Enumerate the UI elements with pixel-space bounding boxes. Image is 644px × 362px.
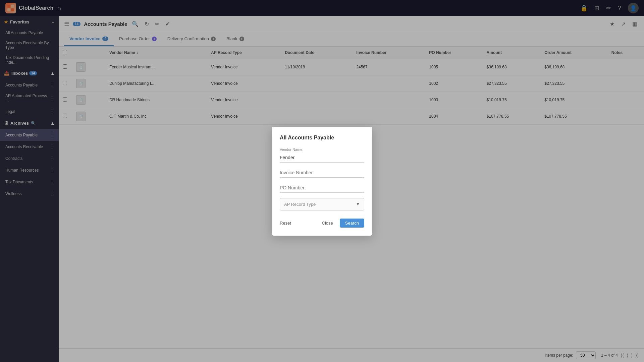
modal-footer: Reset Close Search (280, 219, 364, 228)
vendor-name-input[interactable] (280, 153, 364, 163)
reset-button[interactable]: Reset (280, 219, 291, 228)
close-button[interactable]: Close (318, 219, 337, 228)
vendor-name-field: Vendor Name: (280, 147, 364, 163)
invoice-number-field (280, 168, 364, 178)
invoice-number-input[interactable] (280, 168, 364, 178)
search-modal: All Accounts Payable Vendor Name: AP Rec… (272, 127, 372, 236)
ap-record-type-select[interactable]: AP Record Type ▼ (280, 198, 364, 210)
ap-record-type-placeholder: AP Record Type (284, 202, 316, 207)
dropdown-arrow-icon: ▼ (356, 202, 360, 206)
search-button[interactable]: Search (340, 219, 364, 228)
ap-record-type-field: AP Record Type ▼ (280, 198, 364, 210)
vendor-name-label: Vendor Name: (280, 147, 364, 152)
po-number-field (280, 183, 364, 193)
po-number-input[interactable] (280, 183, 364, 193)
modal-overlay[interactable]: All Accounts Payable Vendor Name: AP Rec… (0, 0, 644, 362)
modal-title: All Accounts Payable (280, 135, 364, 141)
